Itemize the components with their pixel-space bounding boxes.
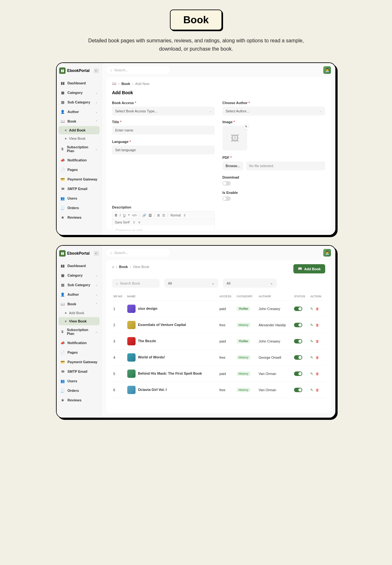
nav-pages[interactable]: 📄Pages — [59, 165, 100, 174]
cell-status — [293, 333, 309, 350]
user-avatar[interactable]: 👨‍💼 — [323, 66, 331, 74]
ordered-list-icon[interactable]: ≣ — [157, 214, 160, 217]
browse-button[interactable]: Browse... — [222, 161, 243, 170]
nav-payment[interactable]: 💳Payment Gateway — [59, 357, 100, 367]
table-row: 5 Behind His Mask: The First Spell Book … — [112, 366, 325, 382]
input-title[interactable]: Enter name — [112, 126, 215, 135]
format-select[interactable]: Normal — [171, 214, 181, 217]
nav-orders[interactable]: 🧾Orders — [59, 386, 100, 395]
nav-view-book[interactable]: View Book — [59, 134, 100, 143]
delete-icon[interactable]: 🗑 — [316, 323, 319, 327]
link-icon[interactable]: 🔗 — [142, 214, 146, 217]
status-toggle[interactable] — [294, 355, 302, 360]
nav-subcategory[interactable]: ▤Sub Category⌄ — [59, 280, 100, 290]
font-select[interactable]: Sans Serif — [115, 221, 130, 224]
delete-icon[interactable]: 🗑 — [316, 307, 319, 311]
input-language[interactable]: Set language — [112, 145, 215, 154]
nav-reviews[interactable]: ★Reviews — [59, 213, 100, 222]
status-toggle[interactable] — [294, 388, 302, 392]
align-icon[interactable]: ≡ — [138, 221, 140, 224]
underline-icon[interactable]: U — [123, 214, 125, 217]
delete-icon[interactable]: 🗑 — [316, 372, 319, 376]
insert-image-icon[interactable]: 🖼 — [149, 214, 152, 217]
edit-image-button[interactable]: ✎ — [243, 124, 249, 130]
nav-category[interactable]: ▦Category⌄ — [59, 88, 100, 97]
edit-icon[interactable]: ✎ — [310, 356, 313, 360]
nav-notification[interactable]: 📣Notification — [59, 338, 100, 348]
category-badge: History — [237, 355, 250, 360]
nav-subcategory[interactable]: ▤Sub Category⌄ — [59, 97, 100, 107]
select-book-access[interactable]: Select Book Access Type...⌄ — [112, 107, 215, 116]
italic-icon[interactable]: I — [120, 214, 121, 217]
nav-subscription[interactable]: $Subscription Plan⌄ — [59, 325, 100, 338]
nav-users[interactable]: 👥Users — [59, 194, 100, 203]
nav-notification[interactable]: 📣Notification — [59, 155, 100, 165]
file-status: No file selected. — [246, 161, 325, 170]
status-toggle[interactable] — [294, 371, 302, 376]
nav-smtp[interactable]: ✉SMTP Email — [59, 184, 100, 194]
nav-book[interactable]: 📖Book⌃ — [59, 117, 100, 126]
delete-icon[interactable]: 🗑 — [316, 388, 319, 392]
table-row: 2 Essentials of Venture Capital free His… — [112, 317, 325, 333]
status-toggle[interactable] — [294, 307, 302, 311]
filter-select-1[interactable]: All⌄ — [164, 279, 218, 288]
status-toggle[interactable] — [294, 323, 302, 327]
breadcrumb-book[interactable]: Book — [119, 265, 128, 269]
add-book-button[interactable]: 📖Add Book — [293, 264, 325, 273]
bold-icon[interactable]: B — [115, 214, 117, 217]
code-icon[interactable]: </> — [132, 214, 136, 217]
nav-dashboard[interactable]: ▮▮Dashboard — [59, 261, 100, 271]
chevron-down-icon: ⌄ — [95, 91, 98, 94]
category-badge: History — [237, 388, 250, 392]
edit-icon[interactable]: ✎ — [310, 307, 313, 311]
nav-book[interactable]: 📖Book⌃ — [59, 299, 100, 309]
bullet-icon — [65, 321, 66, 322]
toggle-is-enable[interactable] — [222, 196, 231, 201]
nav-orders[interactable]: 🧾Orders — [59, 203, 100, 213]
filter-select-2[interactable]: All⌄ — [223, 279, 277, 288]
chevron-right-icon: › — [116, 265, 117, 269]
search-book-input[interactable]: ⌕Search Book — [112, 279, 160, 288]
nav-users[interactable]: 👥Users — [59, 376, 100, 386]
toggle-download[interactable] — [222, 181, 231, 186]
nav-author[interactable]: 👤Author⌄ — [59, 107, 100, 117]
edit-icon[interactable]: ✎ — [310, 339, 313, 343]
breadcrumb-book[interactable]: Book — [122, 82, 130, 86]
delete-icon[interactable]: 🗑 — [316, 339, 319, 343]
edit-icon[interactable]: ✎ — [310, 388, 313, 392]
nav-category[interactable]: ▦Category⌄ — [59, 271, 100, 280]
search-input[interactable]: ⌕Search... — [106, 249, 170, 257]
nav-author[interactable]: 👤Author⌄ — [59, 290, 100, 299]
select-author[interactable]: Select Author...⌄ — [222, 107, 325, 116]
user-avatar[interactable]: 👨‍💼 — [323, 249, 331, 257]
image-upload[interactable]: 🖼 ✎ — [222, 126, 247, 151]
collapse-sidebar-button[interactable]: ⇤ — [94, 251, 99, 256]
nav-pages[interactable]: 📄Pages — [59, 348, 100, 357]
quote-icon[interactable]: ❝ — [128, 214, 130, 217]
bullet-list-icon[interactable]: ☰ — [162, 214, 165, 217]
category-icon: ▦ — [60, 90, 65, 95]
nav-dashboard[interactable]: ▮▮Dashboard — [59, 78, 100, 88]
collapse-sidebar-button[interactable]: ⇤ — [94, 68, 99, 73]
nav-add-book[interactable]: Add Book — [59, 126, 100, 134]
nav-smtp[interactable]: ✉SMTP Email — [59, 367, 100, 376]
payment-icon: 💳 — [60, 360, 65, 364]
status-toggle[interactable] — [294, 339, 302, 343]
delete-icon[interactable]: 🗑 — [316, 356, 319, 360]
editor-body[interactable]: Compose an epic... — [112, 225, 214, 230]
edit-icon[interactable]: ✎ — [310, 323, 313, 327]
breadcrumb: 📖 › Book › Add New — [112, 81, 325, 86]
col-access: ACCESS — [218, 292, 235, 301]
nav-reviews[interactable]: ★Reviews — [59, 395, 100, 405]
cell-action: ✎🗑 — [309, 301, 325, 317]
chevron-down-icon: ⌄ — [95, 293, 98, 296]
edit-icon[interactable]: ✎ — [310, 372, 313, 376]
rich-text-editor[interactable]: B I U ❝ </> 🔗 🖼 ≣ ☰ Normal — [112, 211, 215, 230]
nav-subscription[interactable]: $Subscription Plan⌄ — [59, 143, 100, 155]
book-icon: 📖 — [112, 81, 116, 86]
nav-add-book[interactable]: Add Book — [59, 309, 100, 317]
search-input[interactable]: ⌕Search... — [106, 66, 170, 74]
nav-view-book[interactable]: View Book — [59, 317, 100, 325]
category-badge: Thriller — [237, 339, 250, 343]
nav-payment[interactable]: 💳Payment Gateway — [59, 174, 100, 184]
